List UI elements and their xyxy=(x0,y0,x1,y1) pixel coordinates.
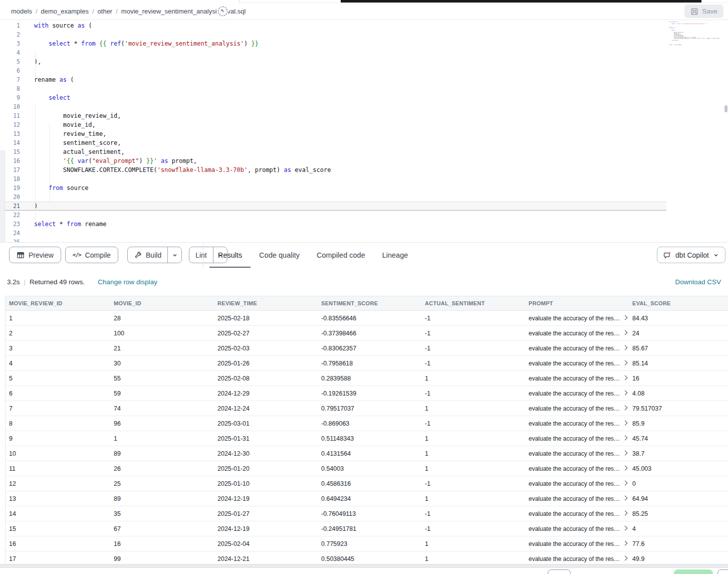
expand-cell-icon[interactable] xyxy=(623,451,628,456)
table-cell: 1 xyxy=(421,540,525,547)
table-row: 6592024-12-29-0.19261539-1evaluate the a… xyxy=(6,386,728,401)
expand-cell-icon[interactable] xyxy=(623,556,628,561)
code-line[interactable]: 8 xyxy=(0,84,666,93)
table-cell: 2025-02-08 xyxy=(214,375,318,382)
expand-cell-icon[interactable] xyxy=(623,330,628,335)
code-line[interactable]: 19 from source xyxy=(0,183,666,193)
code-line[interactable]: 13 review_time, xyxy=(0,129,666,138)
code-text: movie_review_id, xyxy=(28,112,121,119)
prompt-cell: evaluate the accuracy of the res… xyxy=(525,330,629,337)
code-line[interactable]: 17 SNOWFLAKE.CORTEX.COMPLETE('snowflake-… xyxy=(0,165,666,174)
expand-cell-icon[interactable] xyxy=(623,511,628,516)
code-line[interactable]: 18 xyxy=(0,174,666,183)
expand-cell-icon[interactable] xyxy=(623,541,628,546)
code-line[interactable]: 1with source as ( xyxy=(0,21,666,30)
tab-compiled-code[interactable]: Compiled code xyxy=(308,243,374,268)
indent-guide xyxy=(35,104,36,222)
table-row: 4302025-01-26-0.7958618-1evaluate the ac… xyxy=(6,356,728,371)
code-line[interactable]: 2 xyxy=(0,30,666,39)
code-line[interactable]: 6 xyxy=(0,66,666,75)
expand-cell-icon[interactable] xyxy=(623,375,628,380)
compile-button[interactable]: </> Compile xyxy=(65,247,118,263)
tab-lineage[interactable]: Lineage xyxy=(374,243,417,268)
download-csv-link[interactable]: Download CSV xyxy=(675,278,721,286)
build-button[interactable]: Build xyxy=(128,247,167,263)
table-cell: 84.43 xyxy=(629,315,728,322)
code-line[interactable]: 4 xyxy=(0,48,666,57)
column-header[interactable]: MOVIE_REVIEW_ID xyxy=(6,300,110,306)
build-dropdown-button[interactable] xyxy=(167,247,181,263)
breadcrumb-item[interactable]: other xyxy=(98,8,113,15)
table-row: 8962025-03-01-0.869063-1evaluate the acc… xyxy=(6,416,728,431)
table-cell: -0.76049113 xyxy=(318,510,421,517)
expand-cell-icon[interactable] xyxy=(623,526,628,531)
table-cell: -1 xyxy=(421,330,525,337)
bottom-green-pill[interactable] xyxy=(674,569,713,574)
prompt-preview-text: evaluate the accuracy of the res… xyxy=(529,390,620,397)
bottom-button-partial[interactable] xyxy=(717,569,728,574)
tab-results[interactable]: Results xyxy=(209,243,251,268)
table-cell: 1 xyxy=(421,450,525,457)
line-number: 9 xyxy=(0,94,28,101)
bottom-button-partial[interactable] xyxy=(548,569,571,574)
expand-cell-icon[interactable] xyxy=(623,315,628,320)
edit-file-badge[interactable]: ✎ xyxy=(216,5,228,17)
column-header[interactable]: SENTIMENT_SCORE xyxy=(318,300,421,306)
prompt-preview-text: evaluate the accuracy of the res… xyxy=(529,525,620,532)
column-header[interactable]: REVIEW_TIME xyxy=(214,300,318,306)
code-line[interactable]: 23select * from rename xyxy=(0,220,666,229)
expand-cell-icon[interactable] xyxy=(623,360,628,365)
tab-code-quality[interactable]: Code quality xyxy=(251,243,308,268)
expand-cell-icon[interactable] xyxy=(623,466,628,471)
code-line[interactable]: 14 sentiment_score, xyxy=(0,138,666,147)
indent-guide xyxy=(35,50,36,77)
change-row-display-link[interactable]: Change row display xyxy=(98,278,157,286)
dbt-ide-window: models/demo_examples/other/movie_review_… xyxy=(0,0,728,574)
code-line[interactable]: 16 '{{ var("eval_prompt") }}' as prompt, xyxy=(0,156,666,165)
rows-returned-text: Returned 49 rows. xyxy=(30,278,85,286)
editor-scrollbar-thumb[interactable] xyxy=(724,105,727,112)
preview-button[interactable]: Preview xyxy=(9,247,61,263)
column-header[interactable]: PROMPT xyxy=(525,300,629,306)
breadcrumb-item[interactable]: demo_examples xyxy=(41,8,89,15)
expand-cell-icon[interactable] xyxy=(623,496,628,501)
code-line[interactable]: 20 xyxy=(0,193,666,202)
editor-minimap[interactable]: with source as ( select * from {{ ref('m… xyxy=(669,21,722,51)
code-line[interactable]: 11 movie_review_id, xyxy=(0,111,666,120)
expand-cell-icon[interactable] xyxy=(623,345,628,350)
expand-cell-icon[interactable] xyxy=(623,421,628,426)
expand-cell-icon[interactable] xyxy=(623,481,628,486)
table-cell: 5 xyxy=(6,375,110,382)
table-cell: 96 xyxy=(110,420,214,427)
column-header[interactable]: ACTUAL_SENTIMENT xyxy=(421,300,525,306)
top-black-bar xyxy=(341,0,701,3)
dbt-copilot-button[interactable]: dbt Copilot xyxy=(657,247,725,263)
expand-cell-icon[interactable] xyxy=(623,406,628,411)
table-cell: 4 xyxy=(629,525,728,532)
breadcrumb-item[interactable]: models xyxy=(11,8,32,15)
code-line[interactable]: 25 xyxy=(0,238,666,242)
code-line[interactable]: 10 xyxy=(0,102,666,111)
code-line[interactable]: 5), xyxy=(0,57,666,66)
column-header[interactable]: EVAL_SCORE xyxy=(629,300,728,306)
code-line[interactable]: 22 xyxy=(0,211,666,220)
expand-cell-icon[interactable] xyxy=(623,391,628,396)
code-line[interactable]: 3 select * from {{ ref('movie_review_sen… xyxy=(0,39,666,48)
table-cell: -0.869063 xyxy=(318,420,421,427)
prompt-preview-text: evaluate the accuracy of the res… xyxy=(529,480,620,487)
code-editor[interactable]: 1with source as (23 select * from {{ ref… xyxy=(0,20,728,242)
table-row: 15672024-12-19-0.24951781-1evaluate the … xyxy=(6,521,728,536)
code-line[interactable]: 21) xyxy=(0,202,666,211)
column-header[interactable]: MOVIE_ID xyxy=(110,300,214,306)
expand-cell-icon[interactable] xyxy=(623,436,628,441)
table-cell: -0.83062357 xyxy=(318,345,421,352)
code-line[interactable]: 24 xyxy=(0,229,666,238)
save-button[interactable]: Save xyxy=(684,5,723,18)
code-line[interactable]: 15 actual_sentiment, xyxy=(0,147,666,156)
code-line[interactable]: 9 select xyxy=(0,93,666,102)
code-line[interactable]: 12 movie_id, xyxy=(0,120,666,129)
prompt-preview-text: evaluate the accuracy of the res… xyxy=(529,510,620,517)
code-line[interactable]: 7rename as ( xyxy=(0,75,666,84)
table-cell: 12 xyxy=(6,480,110,487)
table-cell: 2025-01-20 xyxy=(214,465,318,472)
